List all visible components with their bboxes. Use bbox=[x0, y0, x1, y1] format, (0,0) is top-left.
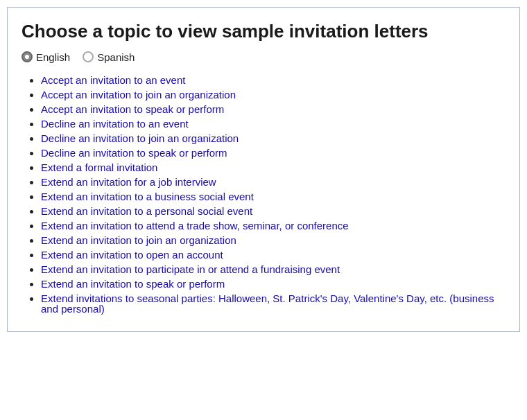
english-radio[interactable]: English bbox=[21, 51, 70, 63]
topic-link[interactable]: Extend an invitation to a business socia… bbox=[41, 191, 254, 202]
list-item: Extend an invitation to a business socia… bbox=[41, 191, 506, 202]
topic-link[interactable]: Extend an invitation for a job interview bbox=[41, 176, 216, 188]
spanish-label: Spanish bbox=[97, 51, 135, 63]
topic-link[interactable]: Decline an invitation to join an organiz… bbox=[41, 132, 239, 144]
topic-link[interactable]: Extend an invitation to participate in o… bbox=[41, 263, 340, 275]
list-item: Extend a formal invitation bbox=[41, 161, 506, 173]
topic-link[interactable]: Decline an invitation to speak or perfor… bbox=[41, 147, 227, 159]
topic-link[interactable]: Extend an invitation to speak or perform bbox=[41, 278, 225, 290]
english-label: English bbox=[36, 51, 70, 63]
topic-link[interactable]: Extend an invitation to join an organiza… bbox=[41, 234, 236, 246]
list-item: Accept an invitation to join an organiza… bbox=[41, 89, 506, 100]
list-item: Decline an invitation to speak or perfor… bbox=[41, 147, 506, 159]
topic-link[interactable]: Accept an invitation to join an organiza… bbox=[41, 89, 236, 100]
topic-link[interactable]: Extend invitations to seasonal parties: … bbox=[41, 292, 494, 315]
spanish-radio[interactable]: Spanish bbox=[83, 51, 135, 63]
list-item: Accept an invitation to speak or perform bbox=[41, 103, 506, 115]
list-item: Extend an invitation to participate in o… bbox=[41, 263, 506, 275]
list-item: Extend an invitation to speak or perform bbox=[41, 278, 506, 290]
list-item: Extend an invitation to open an account bbox=[41, 249, 506, 261]
english-radio-circle[interactable] bbox=[21, 51, 33, 62]
list-item: Extend an invitation to join an organiza… bbox=[41, 234, 506, 246]
topic-link[interactable]: Decline an invitation to an event bbox=[41, 118, 189, 130]
list-item: Accept an invitation to an event bbox=[41, 74, 506, 86]
topic-link[interactable]: Accept an invitation to speak or perform bbox=[41, 103, 224, 115]
topic-link[interactable]: Extend an invitation to attend a trade s… bbox=[41, 220, 349, 231]
list-item: Extend an invitation to attend a trade s… bbox=[41, 220, 506, 231]
spanish-radio-circle[interactable] bbox=[83, 51, 94, 62]
list-item: Decline an invitation to an event bbox=[41, 118, 506, 130]
list-item: Decline an invitation to join an organiz… bbox=[41, 132, 506, 144]
list-item: Extend invitations to seasonal parties: … bbox=[41, 292, 506, 315]
list-item: Extend an invitation to a personal socia… bbox=[41, 205, 506, 217]
topics-list: Accept an invitation to an eventAccept a… bbox=[21, 74, 506, 315]
language-selector: English Spanish bbox=[21, 51, 506, 63]
topic-link[interactable]: Extend a formal invitation bbox=[41, 161, 157, 173]
topic-link[interactable]: Extend an invitation to open an account bbox=[41, 249, 223, 261]
main-container: Choose a topic to view sample invitation… bbox=[7, 7, 520, 332]
topic-link[interactable]: Extend an invitation to a personal socia… bbox=[41, 205, 252, 217]
page-title: Choose a topic to view sample invitation… bbox=[21, 20, 506, 43]
topic-link[interactable]: Accept an invitation to an event bbox=[41, 74, 185, 86]
list-item: Extend an invitation for a job interview bbox=[41, 176, 506, 188]
